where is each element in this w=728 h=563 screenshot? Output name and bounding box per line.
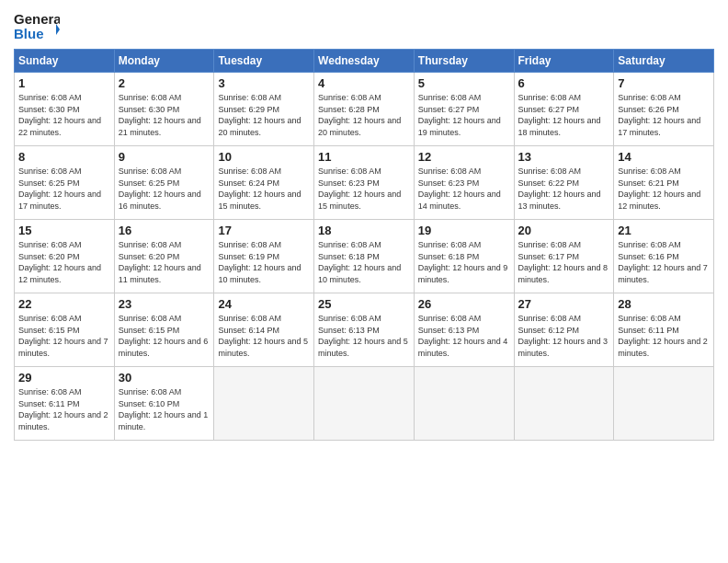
svg-text:Blue: Blue (14, 26, 44, 41)
day-info: Sunrise: 6:08 AMSunset: 6:27 PMDaylight:… (418, 93, 501, 137)
week-row-2: 8 Sunrise: 6:08 AMSunset: 6:25 PMDayligh… (15, 146, 714, 220)
week-row-4: 22 Sunrise: 6:08 AMSunset: 6:15 PMDaylig… (15, 293, 714, 367)
day-info: Sunrise: 6:08 AMSunset: 6:23 PMDaylight:… (418, 167, 501, 211)
days-header-row: SundayMondayTuesdayWednesdayThursdayFrid… (15, 50, 714, 73)
day-number: 27 (518, 297, 610, 311)
day-info: Sunrise: 6:08 AMSunset: 6:22 PMDaylight:… (518, 167, 601, 211)
day-number: 20 (518, 224, 610, 237)
day-number: 29 (18, 371, 110, 385)
calendar-table: SundayMondayTuesdayWednesdayThursdayFrid… (14, 49, 714, 441)
week-row-5: 29 Sunrise: 6:08 AMSunset: 6:11 PMDaylig… (15, 367, 714, 441)
calendar-cell: 22 Sunrise: 6:08 AMSunset: 6:15 PMDaylig… (15, 293, 115, 367)
day-number: 2 (119, 76, 210, 90)
calendar-cell: 15 Sunrise: 6:08 AMSunset: 6:20 PMDaylig… (15, 220, 115, 293)
day-header-thursday: Thursday (414, 50, 514, 73)
calendar-cell (214, 367, 314, 441)
day-number: 30 (119, 371, 210, 385)
day-info: Sunrise: 6:08 AMSunset: 6:18 PMDaylight:… (318, 240, 401, 284)
day-info: Sunrise: 6:08 AMSunset: 6:24 PMDaylight:… (218, 167, 301, 211)
day-info: Sunrise: 6:08 AMSunset: 6:15 PMDaylight:… (18, 314, 108, 358)
day-info: Sunrise: 6:08 AMSunset: 6:20 PMDaylight:… (18, 240, 101, 284)
day-number: 11 (318, 150, 410, 164)
day-number: 18 (318, 224, 410, 237)
logo-svg: General Blue (14, 9, 60, 41)
day-info: Sunrise: 6:08 AMSunset: 6:20 PMDaylight:… (119, 240, 201, 284)
day-info: Sunrise: 6:08 AMSunset: 6:18 PMDaylight:… (418, 240, 508, 284)
calendar-cell: 8 Sunrise: 6:08 AMSunset: 6:25 PMDayligh… (15, 146, 115, 220)
svg-text:General: General (14, 11, 60, 27)
day-number: 13 (518, 150, 610, 164)
day-number: 5 (418, 76, 510, 90)
day-info: Sunrise: 6:08 AMSunset: 6:23 PMDaylight:… (318, 167, 401, 211)
day-header-sunday: Sunday (15, 50, 115, 73)
day-number: 6 (518, 76, 610, 90)
day-number: 26 (418, 297, 510, 311)
day-info: Sunrise: 6:08 AMSunset: 6:29 PMDaylight:… (218, 93, 301, 137)
day-info: Sunrise: 6:08 AMSunset: 6:10 PMDaylight:… (119, 387, 209, 431)
day-info: Sunrise: 6:08 AMSunset: 6:13 PMDaylight:… (418, 314, 508, 358)
calendar-cell: 4 Sunrise: 6:08 AMSunset: 6:28 PMDayligh… (314, 73, 415, 146)
day-number: 3 (218, 76, 310, 90)
calendar-cell: 30 Sunrise: 6:08 AMSunset: 6:10 PMDaylig… (114, 367, 214, 441)
calendar-cell: 13 Sunrise: 6:08 AMSunset: 6:22 PMDaylig… (514, 146, 614, 220)
day-info: Sunrise: 6:08 AMSunset: 6:30 PMDaylight:… (18, 93, 101, 137)
day-header-saturday: Saturday (614, 50, 714, 73)
day-info: Sunrise: 6:08 AMSunset: 6:16 PMDaylight:… (618, 240, 708, 284)
calendar-cell: 12 Sunrise: 6:08 AMSunset: 6:23 PMDaylig… (414, 146, 514, 220)
calendar-cell: 2 Sunrise: 6:08 AMSunset: 6:30 PMDayligh… (114, 73, 214, 146)
week-row-3: 15 Sunrise: 6:08 AMSunset: 6:20 PMDaylig… (15, 220, 714, 293)
day-number: 10 (218, 150, 310, 164)
calendar-cell: 16 Sunrise: 6:08 AMSunset: 6:20 PMDaylig… (114, 220, 214, 293)
calendar-cell: 10 Sunrise: 6:08 AMSunset: 6:24 PMDaylig… (214, 146, 314, 220)
calendar-cell: 14 Sunrise: 6:08 AMSunset: 6:21 PMDaylig… (614, 146, 714, 220)
day-number: 9 (119, 150, 210, 164)
calendar-cell (614, 367, 714, 441)
calendar-cell (514, 367, 614, 441)
header: General Blue (14, 9, 714, 41)
calendar-cell: 23 Sunrise: 6:08 AMSunset: 6:15 PMDaylig… (114, 293, 214, 367)
day-info: Sunrise: 6:08 AMSunset: 6:30 PMDaylight:… (119, 93, 201, 137)
page-container: General Blue SundayMondayTuesdayWednesda… (0, 0, 728, 450)
calendar-cell: 3 Sunrise: 6:08 AMSunset: 6:29 PMDayligh… (214, 73, 314, 146)
day-header-tuesday: Tuesday (214, 50, 314, 73)
day-info: Sunrise: 6:08 AMSunset: 6:27 PMDaylight:… (518, 93, 601, 137)
day-number: 14 (618, 150, 710, 164)
day-number: 16 (119, 224, 210, 237)
day-info: Sunrise: 6:08 AMSunset: 6:25 PMDaylight:… (18, 167, 101, 211)
calendar-cell: 25 Sunrise: 6:08 AMSunset: 6:13 PMDaylig… (314, 293, 415, 367)
day-number: 28 (618, 297, 710, 311)
day-info: Sunrise: 6:08 AMSunset: 6:11 PMDaylight:… (18, 387, 108, 431)
day-info: Sunrise: 6:08 AMSunset: 6:12 PMDaylight:… (518, 314, 609, 358)
calendar-cell: 5 Sunrise: 6:08 AMSunset: 6:27 PMDayligh… (414, 73, 514, 146)
day-info: Sunrise: 6:08 AMSunset: 6:17 PMDaylight:… (518, 240, 609, 284)
day-number: 24 (218, 297, 310, 311)
calendar-cell: 9 Sunrise: 6:08 AMSunset: 6:25 PMDayligh… (114, 146, 214, 220)
day-info: Sunrise: 6:08 AMSunset: 6:15 PMDaylight:… (119, 314, 209, 358)
calendar-cell: 17 Sunrise: 6:08 AMSunset: 6:19 PMDaylig… (214, 220, 314, 293)
day-number: 23 (119, 297, 210, 311)
day-info: Sunrise: 6:08 AMSunset: 6:21 PMDaylight:… (618, 167, 700, 211)
calendar-cell: 24 Sunrise: 6:08 AMSunset: 6:14 PMDaylig… (214, 293, 314, 367)
day-info: Sunrise: 6:08 AMSunset: 6:14 PMDaylight:… (218, 314, 308, 358)
day-header-friday: Friday (514, 50, 614, 73)
calendar-cell: 20 Sunrise: 6:08 AMSunset: 6:17 PMDaylig… (514, 220, 614, 293)
day-number: 1 (18, 76, 110, 90)
day-info: Sunrise: 6:08 AMSunset: 6:13 PMDaylight:… (318, 314, 408, 358)
day-number: 12 (418, 150, 510, 164)
day-header-wednesday: Wednesday (314, 50, 415, 73)
calendar-cell: 7 Sunrise: 6:08 AMSunset: 6:26 PMDayligh… (614, 73, 714, 146)
day-number: 21 (618, 224, 710, 237)
day-info: Sunrise: 6:08 AMSunset: 6:19 PMDaylight:… (218, 240, 301, 284)
calendar-cell: 19 Sunrise: 6:08 AMSunset: 6:18 PMDaylig… (414, 220, 514, 293)
day-number: 7 (618, 76, 710, 90)
calendar-cell: 28 Sunrise: 6:08 AMSunset: 6:11 PMDaylig… (614, 293, 714, 367)
day-info: Sunrise: 6:08 AMSunset: 6:11 PMDaylight:… (618, 314, 708, 358)
day-info: Sunrise: 6:08 AMSunset: 6:26 PMDaylight:… (618, 93, 700, 137)
calendar-cell: 21 Sunrise: 6:08 AMSunset: 6:16 PMDaylig… (614, 220, 714, 293)
calendar-cell (314, 367, 415, 441)
day-number: 22 (18, 297, 110, 311)
calendar-cell (414, 367, 514, 441)
day-number: 15 (18, 224, 110, 237)
day-number: 4 (318, 76, 410, 90)
day-number: 17 (218, 224, 310, 237)
